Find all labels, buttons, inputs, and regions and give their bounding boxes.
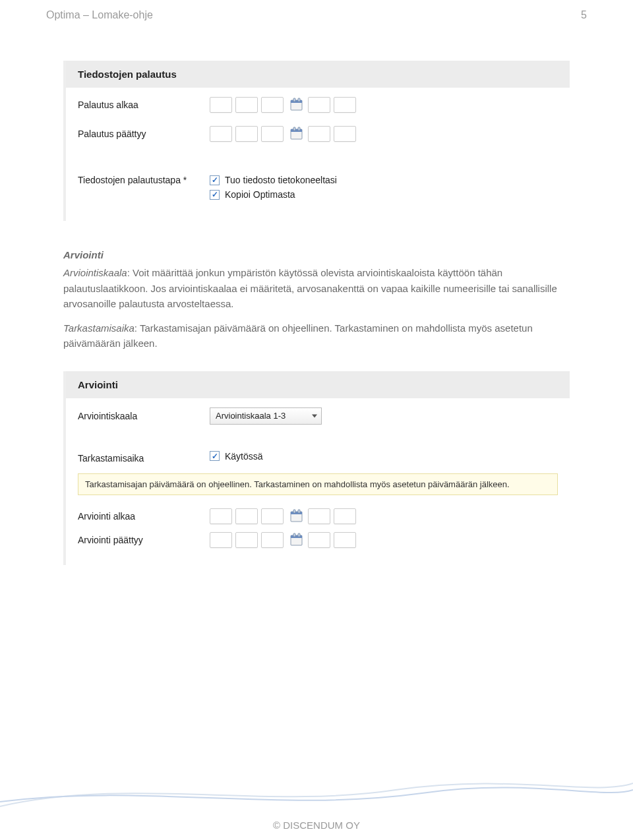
svg-rect-2: [298, 98, 300, 102]
arviointi-start-hour[interactable]: [308, 508, 330, 524]
section-title-arviointi: Arviointi: [63, 247, 570, 262]
arviointi-end-month[interactable]: [235, 532, 258, 548]
arviointi-start-year[interactable]: [261, 508, 284, 524]
return-end-day[interactable]: [210, 126, 232, 142]
footer-wave: [0, 770, 633, 816]
return-start-day[interactable]: [210, 97, 232, 113]
svg-rect-10: [298, 510, 300, 513]
svg-rect-3: [293, 98, 295, 102]
body-text: Arviointi Arviointiskaala: Voit määrittä…: [63, 247, 570, 351]
checkbox-copy-optima-label: Kopioi Optimasta: [225, 189, 295, 200]
chevron-down-icon: [312, 414, 317, 417]
arviointi-end-year[interactable]: [261, 532, 284, 548]
return-start-min[interactable]: [334, 97, 356, 113]
footer: © DISCENDUM OY: [0, 820, 633, 831]
select-arviointiskaala[interactable]: Arviointiskaala 1-3: [210, 407, 322, 425]
checkbox-tarkastamisaika[interactable]: [210, 451, 220, 461]
svg-rect-11: [293, 510, 295, 513]
svg-rect-6: [298, 127, 300, 131]
paragraph-arviointiskaala: Arviointiskaala: Voit määrittää jonkun y…: [63, 265, 570, 311]
checkbox-copy-optima[interactable]: [210, 190, 220, 200]
select-arviointiskaala-value: Arviointiskaala 1-3: [216, 411, 286, 421]
svg-rect-15: [293, 533, 295, 537]
label-arviointiskaala: Arviointiskaala: [78, 411, 210, 421]
row-return-method: Tiedostojen palautustapa * Tuo tiedosto …: [66, 165, 570, 208]
row-arviointi-end: Arviointi päättyy: [66, 528, 570, 552]
option-upload: Tuo tiedosto tietokoneeltasi: [210, 175, 337, 185]
arviointi-start-day[interactable]: [210, 508, 232, 524]
return-method-options: Tuo tiedosto tietokoneeltasi Kopioi Opti…: [210, 175, 337, 204]
calendar-icon[interactable]: [289, 98, 304, 112]
option-tarkastamisaika: Käytössä: [210, 451, 263, 462]
option-copy-optima: Kopioi Optimasta: [210, 189, 337, 200]
row-return-start: Palautus alkaa: [66, 88, 570, 117]
panel-arviointi-title: Arviointi: [66, 371, 570, 398]
paragraph-tarkastamisaika: Tarkastamisaika: Tarkastamisajan päivämä…: [63, 320, 570, 351]
panel-file-return-title: Tiedostojen palautus: [66, 61, 570, 88]
panel-arviointi: Arviointi Arviointiskaala Arviointiskaal…: [63, 371, 570, 565]
svg-rect-7: [293, 127, 295, 131]
term-arviointiskaala: Arviointiskaala: [63, 267, 127, 278]
calendar-icon[interactable]: [289, 509, 304, 524]
calendar-icon[interactable]: [289, 533, 304, 547]
return-end-month[interactable]: [235, 126, 258, 142]
return-start-month[interactable]: [235, 97, 258, 113]
row-arviointiskaala: Arviointiskaala Arviointiskaala 1-3: [66, 398, 570, 429]
label-arviointi-start: Arviointi alkaa: [78, 511, 210, 522]
svg-rect-14: [298, 533, 300, 537]
info-box-tarkastamisaika: Tarkastamisajan päivämäärä on ohjeelline…: [78, 473, 558, 495]
checkbox-upload-label: Tuo tiedosto tietokoneeltasi: [225, 175, 337, 185]
arviointi-start-month[interactable]: [235, 508, 258, 524]
checkbox-upload[interactable]: [210, 175, 220, 185]
arviointi-end-min[interactable]: [334, 532, 356, 548]
arviointi-start-min[interactable]: [334, 508, 356, 524]
checkbox-tarkastamisaika-label: Käytössä: [225, 451, 263, 462]
page-header: Optima – Lomake-ohje 5: [0, 0, 633, 21]
return-end-min[interactable]: [334, 126, 356, 142]
return-start-year[interactable]: [261, 97, 284, 113]
calendar-icon[interactable]: [289, 127, 304, 141]
label-return-end: Palautus päättyy: [78, 129, 210, 139]
label-return-start: Palautus alkaa: [78, 100, 210, 110]
label-return-method: Tiedostojen palautustapa *: [78, 175, 210, 185]
row-tarkastamisaika: Tarkastamisaika Käytössä: [66, 442, 570, 469]
row-return-end: Palautus päättyy: [66, 117, 570, 146]
page-number: 5: [581, 9, 587, 21]
term-tarkastamisaika: Tarkastamisaika: [63, 322, 135, 334]
arviointi-end-hour[interactable]: [308, 532, 330, 548]
return-end-hour[interactable]: [308, 126, 330, 142]
return-start-hour[interactable]: [308, 97, 330, 113]
panel-file-return: Tiedostojen palautus Palautus alkaa Pala…: [63, 61, 570, 221]
label-arviointi-end: Arviointi päättyy: [78, 535, 210, 545]
return-end-year[interactable]: [261, 126, 284, 142]
text-arviointiskaala: : Voit määrittää jonkun ympäristön käytö…: [63, 267, 557, 309]
row-arviointi-start: Arviointi alkaa: [66, 504, 570, 528]
doc-title: Optima – Lomake-ohje: [46, 9, 153, 21]
footer-text: © DISCENDUM OY: [273, 820, 360, 831]
label-tarkastamisaika: Tarkastamisaika: [78, 453, 210, 464]
arviointi-end-day[interactable]: [210, 532, 232, 548]
